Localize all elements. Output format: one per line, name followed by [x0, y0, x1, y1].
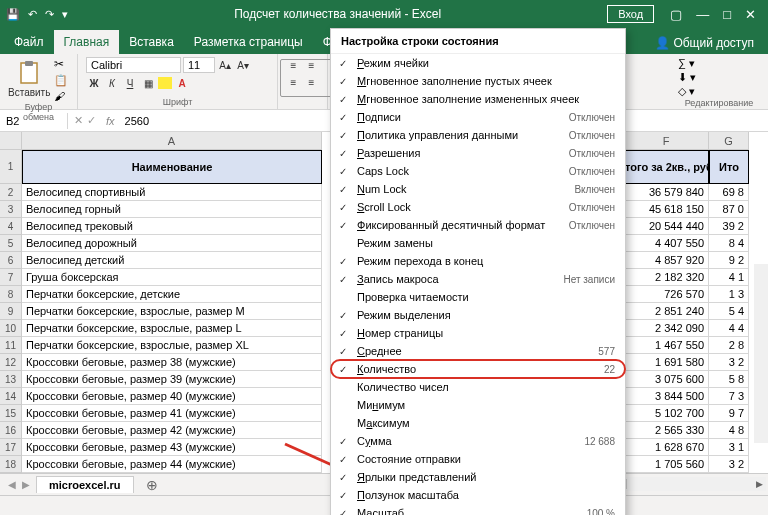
- cell[interactable]: Кроссовки беговые, размер 43 (мужские): [22, 439, 322, 456]
- maximize-icon[interactable]: □: [723, 7, 731, 22]
- cell[interactable]: 4 4: [709, 320, 749, 337]
- fill-color-button[interactable]: [158, 77, 172, 89]
- increase-font-icon[interactable]: A▴: [217, 57, 233, 73]
- row-header[interactable]: 5: [0, 235, 22, 252]
- cell[interactable]: 5 102 700: [624, 405, 709, 422]
- row-header[interactable]: 2: [0, 184, 22, 201]
- row-header[interactable]: 14: [0, 388, 22, 405]
- cell[interactable]: 2 8: [709, 337, 749, 354]
- minimize-icon[interactable]: —: [696, 7, 709, 22]
- border-button[interactable]: ▦: [140, 75, 156, 91]
- context-menu-item[interactable]: ✓Политика управления даннымиОтключен: [331, 126, 625, 144]
- cell[interactable]: 36 579 840: [624, 184, 709, 201]
- font-name-select[interactable]: Calibri: [86, 57, 181, 73]
- cell[interactable]: 3 1: [709, 439, 749, 456]
- cancel-formula-icon[interactable]: ✕: [74, 114, 83, 127]
- row-header[interactable]: 12: [0, 354, 22, 371]
- row-header[interactable]: 15: [0, 405, 22, 422]
- enter-formula-icon[interactable]: ✓: [87, 114, 96, 127]
- fill-icon[interactable]: ⬇ ▾: [678, 71, 696, 83]
- cell[interactable]: 39 2: [709, 218, 749, 235]
- cell[interactable]: 5 8: [709, 371, 749, 388]
- cell[interactable]: 4 857 920: [624, 252, 709, 269]
- context-menu-item[interactable]: ✓Ярлыки представлений: [331, 468, 625, 486]
- context-menu-item[interactable]: Минимум: [331, 396, 625, 414]
- tab-файл[interactable]: Файл: [4, 30, 54, 54]
- cell[interactable]: 4 407 550: [624, 235, 709, 252]
- redo-icon[interactable]: ↷: [45, 8, 54, 21]
- cell[interactable]: 2 182 320: [624, 269, 709, 286]
- tab-разметка страницы[interactable]: Разметка страницы: [184, 30, 313, 54]
- cell[interactable]: 5 4: [709, 303, 749, 320]
- cell[interactable]: Велосипед детский: [22, 252, 322, 269]
- format-painter-icon[interactable]: 🖌: [54, 90, 68, 102]
- context-menu-item[interactable]: ✓Состояние отправки: [331, 450, 625, 468]
- row-header[interactable]: 1: [0, 150, 22, 184]
- cell[interactable]: Велосипед спортивный: [22, 184, 322, 201]
- fx-icon[interactable]: fx: [102, 115, 119, 127]
- cell[interactable]: Велосипед трековый: [22, 218, 322, 235]
- row-header[interactable]: 4: [0, 218, 22, 235]
- cell[interactable]: Кроссовки беговые, размер 44 (мужские): [22, 456, 322, 473]
- context-menu-item[interactable]: ✓Мгновенное заполнение измененных ячеек: [331, 90, 625, 108]
- cell[interactable]: Кроссовки беговые, размер 40 (мужские): [22, 388, 322, 405]
- prev-sheet-icon[interactable]: ◀: [8, 479, 16, 490]
- font-size-select[interactable]: 11: [183, 57, 215, 73]
- context-menu-item[interactable]: ✓Запись макросаНет записи: [331, 270, 625, 288]
- cell[interactable]: 4 8: [709, 422, 749, 439]
- context-menu-item[interactable]: ✓Режим перехода в конец: [331, 252, 625, 270]
- cell[interactable]: Перчатки боксерские, взрослые, размер L: [22, 320, 322, 337]
- row-header[interactable]: 9: [0, 303, 22, 320]
- context-menu-item[interactable]: ✓Сумма12 688: [331, 432, 625, 450]
- bold-button[interactable]: Ж: [86, 75, 102, 91]
- row-header[interactable]: 7: [0, 269, 22, 286]
- cut-icon[interactable]: ✂: [54, 57, 68, 71]
- cell[interactable]: 726 570: [624, 286, 709, 303]
- cell[interactable]: 8 4: [709, 235, 749, 252]
- context-menu-item[interactable]: ✓ПодписиОтключен: [331, 108, 625, 126]
- cell[interactable]: 1 628 670: [624, 439, 709, 456]
- context-menu-item[interactable]: ✓Количество22: [331, 360, 625, 378]
- context-menu-item[interactable]: ✓Режим выделения: [331, 306, 625, 324]
- row-header[interactable]: 3: [0, 201, 22, 218]
- select-all-corner[interactable]: [0, 132, 22, 150]
- cell[interactable]: Кроссовки беговые, размер 42 (мужские): [22, 422, 322, 439]
- font-color-button[interactable]: A: [174, 75, 190, 91]
- cell[interactable]: Перчатки боксерские, взрослые, размер M: [22, 303, 322, 320]
- cell[interactable]: 7 3: [709, 388, 749, 405]
- cell[interactable]: 87 0: [709, 201, 749, 218]
- cell[interactable]: Перчатки боксерские, взрослые, размер XL: [22, 337, 322, 354]
- cell[interactable]: 1 467 550: [624, 337, 709, 354]
- underline-button[interactable]: Ч: [122, 75, 138, 91]
- row-header[interactable]: 8: [0, 286, 22, 303]
- context-menu-item[interactable]: ✓Среднее577: [331, 342, 625, 360]
- context-menu-item[interactable]: ✓Scroll LockОтключен: [331, 198, 625, 216]
- row-header[interactable]: 18: [0, 456, 22, 473]
- table-header-cell[interactable]: Ито: [709, 150, 749, 184]
- row-header[interactable]: 16: [0, 422, 22, 439]
- cell[interactable]: Груша боксерская: [22, 269, 322, 286]
- col-header[interactable]: F: [624, 132, 709, 150]
- italic-button[interactable]: К: [104, 75, 120, 91]
- cell[interactable]: 1 705 560: [624, 456, 709, 473]
- paste-button[interactable]: Вставить: [8, 61, 50, 98]
- vertical-scrollbar[interactable]: [754, 264, 768, 443]
- cell[interactable]: 3 2: [709, 354, 749, 371]
- context-menu-item[interactable]: ✓Ползунок масштаба: [331, 486, 625, 504]
- cell[interactable]: Кроссовки беговые, размер 41 (мужские): [22, 405, 322, 422]
- sheet-tab[interactable]: microexcel.ru: [36, 476, 134, 493]
- context-menu-item[interactable]: ✓Номер страницы: [331, 324, 625, 342]
- cell[interactable]: 45 618 150: [624, 201, 709, 218]
- cell[interactable]: Перчатки боксерские, детские: [22, 286, 322, 303]
- row-header[interactable]: 13: [0, 371, 22, 388]
- decrease-font-icon[interactable]: A▾: [235, 57, 251, 73]
- context-menu-item[interactable]: ✓Масштаб100 %: [331, 504, 625, 515]
- tab-вставка[interactable]: Вставка: [119, 30, 184, 54]
- cell[interactable]: 69 8: [709, 184, 749, 201]
- cell[interactable]: Кроссовки беговые, размер 39 (мужские): [22, 371, 322, 388]
- cell[interactable]: Велосипед горный: [22, 201, 322, 218]
- save-icon[interactable]: 💾: [6, 8, 20, 21]
- cell[interactable]: 3 844 500: [624, 388, 709, 405]
- context-menu-item[interactable]: Максимум: [331, 414, 625, 432]
- row-header[interactable]: 10: [0, 320, 22, 337]
